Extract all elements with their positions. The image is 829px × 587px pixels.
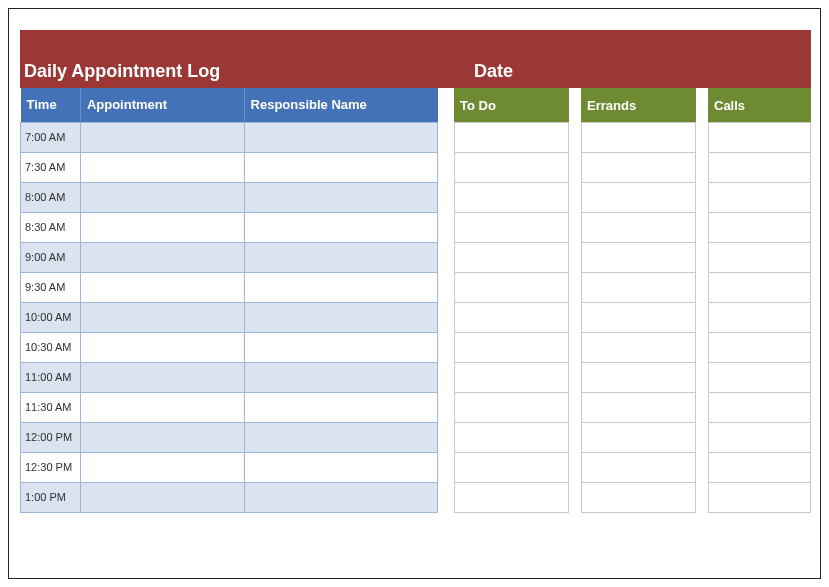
todo-cell[interactable] [455, 483, 569, 513]
errands-cell[interactable] [582, 303, 696, 333]
errands-cell[interactable] [582, 213, 696, 243]
todo-cell[interactable] [455, 423, 569, 453]
responsible-cell[interactable] [244, 362, 437, 392]
list-item [455, 363, 569, 393]
appointment-cell[interactable] [80, 122, 244, 152]
calls-cell[interactable] [709, 303, 811, 333]
errands-cell[interactable] [582, 123, 696, 153]
list-item [582, 123, 696, 153]
table-row: 12:00 PM [21, 422, 438, 452]
appointment-cell[interactable] [80, 242, 244, 272]
responsible-cell[interactable] [244, 422, 437, 452]
responsible-cell[interactable] [244, 212, 437, 242]
todo-cell[interactable] [455, 123, 569, 153]
appointment-cell[interactable] [80, 362, 244, 392]
responsible-cell[interactable] [244, 152, 437, 182]
todo-cell[interactable] [455, 303, 569, 333]
column-header-responsible: Responsible Name [244, 88, 437, 122]
appointment-cell[interactable] [80, 272, 244, 302]
table-row: 9:30 AM [21, 272, 438, 302]
appointment-cell[interactable] [80, 152, 244, 182]
calls-cell[interactable] [709, 183, 811, 213]
appointment-cell[interactable] [80, 182, 244, 212]
errands-column: Errands [581, 88, 696, 513]
todo-cell[interactable] [455, 183, 569, 213]
appointment-cell[interactable] [80, 212, 244, 242]
time-cell[interactable]: 11:00 AM [21, 362, 81, 392]
time-cell[interactable]: 8:00 AM [21, 182, 81, 212]
errands-cell[interactable] [582, 453, 696, 483]
list-item [582, 333, 696, 363]
header-band: Daily Appointment Log Date [20, 30, 811, 88]
calls-cell[interactable] [709, 153, 811, 183]
time-cell[interactable]: 9:00 AM [21, 242, 81, 272]
time-cell[interactable]: 10:00 AM [21, 302, 81, 332]
todo-cell[interactable] [455, 273, 569, 303]
calls-cell[interactable] [709, 363, 811, 393]
time-cell[interactable]: 10:30 AM [21, 332, 81, 362]
errands-cell[interactable] [582, 393, 696, 423]
calls-cell[interactable] [709, 273, 811, 303]
list-item [455, 483, 569, 513]
responsible-cell[interactable] [244, 242, 437, 272]
time-cell[interactable]: 9:30 AM [21, 272, 81, 302]
appointment-cell[interactable] [80, 392, 244, 422]
responsible-cell[interactable] [244, 122, 437, 152]
calls-cell[interactable] [709, 333, 811, 363]
calls-cell[interactable] [709, 453, 811, 483]
todo-cell[interactable] [455, 333, 569, 363]
todo-header: To Do [454, 88, 569, 122]
list-item [709, 123, 811, 153]
responsible-cell[interactable] [244, 482, 437, 512]
responsible-cell[interactable] [244, 392, 437, 422]
errands-cell[interactable] [582, 333, 696, 363]
time-cell[interactable]: 8:30 AM [21, 212, 81, 242]
calls-cell[interactable] [709, 393, 811, 423]
calls-cell[interactable] [709, 483, 811, 513]
list-item [455, 183, 569, 213]
calls-cell[interactable] [709, 243, 811, 273]
todo-cell[interactable] [455, 243, 569, 273]
time-cell[interactable]: 11:30 AM [21, 392, 81, 422]
todo-cell[interactable] [455, 213, 569, 243]
list-item [582, 273, 696, 303]
time-cell[interactable]: 1:00 PM [21, 482, 81, 512]
appointments-table: Time Appointment Responsible Name 7:00 A… [20, 88, 438, 513]
time-cell[interactable]: 12:30 PM [21, 452, 81, 482]
todo-cell[interactable] [455, 363, 569, 393]
todo-cell[interactable] [455, 153, 569, 183]
responsible-cell[interactable] [244, 302, 437, 332]
list-item [709, 303, 811, 333]
time-cell[interactable]: 7:30 AM [21, 152, 81, 182]
appointment-cell[interactable] [80, 452, 244, 482]
responsible-cell[interactable] [244, 332, 437, 362]
errands-cell[interactable] [582, 153, 696, 183]
errands-cell[interactable] [582, 183, 696, 213]
appointment-cell[interactable] [80, 302, 244, 332]
appointment-cell[interactable] [80, 482, 244, 512]
errands-cell[interactable] [582, 363, 696, 393]
todo-column: To Do [454, 88, 569, 513]
responsible-cell[interactable] [244, 182, 437, 212]
list-item [582, 153, 696, 183]
errands-cell[interactable] [582, 273, 696, 303]
list-item [709, 453, 811, 483]
time-cell[interactable]: 7:00 AM [21, 122, 81, 152]
calls-cell[interactable] [709, 423, 811, 453]
errands-cell[interactable] [582, 483, 696, 513]
calls-cell[interactable] [709, 213, 811, 243]
responsible-cell[interactable] [244, 452, 437, 482]
list-item [455, 243, 569, 273]
list-item [582, 393, 696, 423]
calls-cell[interactable] [709, 123, 811, 153]
todo-cell[interactable] [455, 453, 569, 483]
list-item [582, 483, 696, 513]
errands-cell[interactable] [582, 243, 696, 273]
responsible-cell[interactable] [244, 272, 437, 302]
appointment-cell[interactable] [80, 422, 244, 452]
time-cell[interactable]: 12:00 PM [21, 422, 81, 452]
todo-cell[interactable] [455, 393, 569, 423]
errands-cell[interactable] [582, 423, 696, 453]
appointment-cell[interactable] [80, 332, 244, 362]
table-row: 11:00 AM [21, 362, 438, 392]
